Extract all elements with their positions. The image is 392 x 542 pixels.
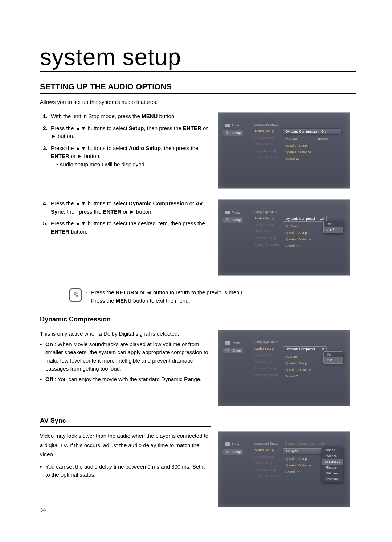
gear-icon [225,131,230,135]
photo-icon [225,124,230,127]
page-title: system setup [40,44,356,72]
dropdown-onoff-2: On Off [323,351,343,364]
av-b1: You can set the audio delay time between… [40,463,211,479]
m2-upgrade: System Upgrade [254,155,279,159]
dyn-on: On : When Movie soundtracks are played a… [40,340,211,373]
step-3: Press the ▲▼ buttons to select Audio Set… [49,144,211,169]
step-5: Press the ▲▼ buttons to select the desir… [49,219,211,236]
step-2: Press the ▲▼ buttons to select Setup, th… [49,124,211,141]
menu-screenshot-3: Photo Setup Language Setup Audio Setup D… [218,330,350,406]
menu-screenshot-2: Photo Setup Language Setup Audio Setup D… [218,199,350,276]
m3-soundedit: Sound Edit [285,157,341,161]
menu-screenshot-1: Photo Setup Language Setup Audio Setup D… [218,112,350,189]
gear-icon [225,218,230,222]
m2-hdmi: HDMI Setup [254,142,279,146]
av-p1: Video may look slower than the audio whe… [40,431,211,459]
dyn-intro: This is only active when a Dolby Digital… [40,330,211,338]
m3-spksetup: Speaker Setup [285,144,341,147]
m2-audio: Audio Setup [254,129,279,133]
m3-dyncomp: Dynamic Compression : On [283,129,341,134]
step-4: Press the ▲▼ buttons to select Dynamic C… [49,199,211,216]
gear-icon [225,450,230,454]
m3-spkdist: Speaker Distance [285,150,341,154]
step-3-sub: • Audio setup menu will be displayed. [51,161,211,169]
m2-lang: Language Setup [254,123,279,126]
m3-avsync: AV Sync : 50msec [285,137,341,141]
dyn-off: Off : You can enjoy the movie with the s… [40,375,211,384]
intro-text: Allows you to set up the system's audio … [40,99,356,105]
photo-icon [225,341,230,345]
gear-icon [225,348,230,353]
note-line-1: Press the RETURN or ◄ button to return t… [86,288,244,305]
subsection-dyncomp: Dynamic Compression [40,316,211,325]
section-heading: SETTING UP THE AUDIO OPTIONS [40,82,356,94]
m3-dyncomp-sel: Dynamic CompressiOn [283,216,327,222]
photo-icon [225,442,230,446]
step-1: With the unit in Stop mode, press the ME… [49,112,211,121]
dropdown-avsync: 0msec 25msec 50msec 75msec 100msec 125ms… [322,447,343,482]
m2-parental: Parental Setup [254,149,279,153]
side-photo: Photo [223,123,243,128]
side-setup: Setup [223,130,243,136]
dropdown-onoff: On Off [323,221,343,233]
note-icon: ✎ [69,288,82,302]
subsection-avsync: AV Sync [40,417,211,427]
photo-icon [225,211,230,214]
m2-display: Display Setup [254,136,279,139]
page-number: 34 [40,507,46,513]
menu-screenshot-4: Photo Setup Language Setup Audio Setup D… [218,431,350,507]
